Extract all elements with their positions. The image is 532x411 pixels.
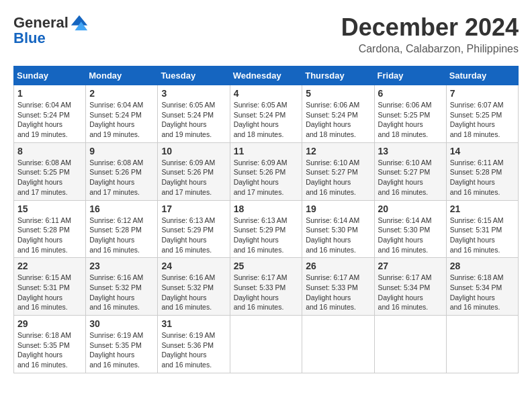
table-row: 14Sunrise: 6:11 AMSunset: 5:28 PMDayligh… bbox=[446, 142, 518, 200]
table-row: 11Sunrise: 6:09 AMSunset: 5:26 PMDayligh… bbox=[230, 142, 302, 200]
day-number: 17 bbox=[161, 203, 226, 214]
table-row: 19Sunrise: 6:14 AMSunset: 5:30 PMDayligh… bbox=[302, 200, 374, 258]
day-number: 29 bbox=[17, 318, 82, 329]
col-tuesday: Tuesday bbox=[158, 66, 230, 85]
day-number: 23 bbox=[89, 261, 154, 271]
day-number: 4 bbox=[234, 88, 299, 99]
day-number: 30 bbox=[89, 318, 154, 329]
table-row: 13Sunrise: 6:10 AMSunset: 5:27 PMDayligh… bbox=[374, 142, 446, 200]
table-row: 12Sunrise: 6:10 AMSunset: 5:27 PMDayligh… bbox=[302, 142, 374, 200]
day-info: Sunrise: 6:07 AMSunset: 5:25 PMDaylight … bbox=[450, 100, 515, 140]
day-number: 19 bbox=[306, 203, 370, 214]
col-friday: Friday bbox=[374, 66, 446, 85]
table-row: 27Sunrise: 6:17 AMSunset: 5:34 PMDayligh… bbox=[374, 258, 446, 316]
day-info: Sunrise: 6:17 AMSunset: 5:34 PMDaylight … bbox=[378, 273, 443, 312]
day-number: 26 bbox=[306, 261, 370, 271]
day-info: Sunrise: 6:06 AMSunset: 5:24 PMDaylight … bbox=[306, 100, 370, 140]
logo-blue: Blue bbox=[13, 30, 46, 47]
day-info: Sunrise: 6:04 AMSunset: 5:24 PMDaylight … bbox=[17, 100, 82, 140]
table-row: 31Sunrise: 6:19 AMSunset: 5:36 PMDayligh… bbox=[158, 316, 230, 373]
day-info: Sunrise: 6:09 AMSunset: 5:26 PMDaylight … bbox=[161, 158, 226, 197]
day-number: 24 bbox=[161, 261, 226, 271]
day-info: Sunrise: 6:10 AMSunset: 5:27 PMDaylight … bbox=[378, 158, 443, 197]
table-row: 8Sunrise: 6:08 AMSunset: 5:25 PMDaylight… bbox=[14, 142, 86, 200]
day-info: Sunrise: 6:08 AMSunset: 5:25 PMDaylight … bbox=[17, 158, 82, 197]
table-row: 6Sunrise: 6:06 AMSunset: 5:25 PMDaylight… bbox=[374, 85, 446, 143]
day-number: 27 bbox=[378, 261, 443, 271]
svg-marker-0 bbox=[71, 15, 87, 26]
day-info: Sunrise: 6:10 AMSunset: 5:27 PMDaylight … bbox=[306, 158, 370, 197]
table-row bbox=[446, 316, 518, 373]
day-number: 22 bbox=[17, 261, 82, 271]
table-row: 10Sunrise: 6:09 AMSunset: 5:26 PMDayligh… bbox=[158, 142, 230, 200]
day-number: 11 bbox=[234, 146, 299, 156]
day-number: 2 bbox=[89, 88, 154, 99]
day-info: Sunrise: 6:11 AMSunset: 5:28 PMDaylight … bbox=[450, 158, 515, 197]
col-wednesday: Wednesday bbox=[230, 66, 302, 85]
day-info: Sunrise: 6:13 AMSunset: 5:29 PMDaylight … bbox=[234, 216, 299, 255]
day-number: 12 bbox=[306, 146, 370, 156]
day-info: Sunrise: 6:09 AMSunset: 5:26 PMDaylight … bbox=[234, 158, 299, 197]
day-number: 10 bbox=[161, 146, 226, 156]
day-info: Sunrise: 6:11 AMSunset: 5:28 PMDaylight … bbox=[17, 216, 82, 255]
table-row: 20Sunrise: 6:14 AMSunset: 5:30 PMDayligh… bbox=[374, 200, 446, 258]
day-number: 28 bbox=[450, 261, 515, 271]
day-number: 7 bbox=[450, 88, 515, 99]
calendar-header-row: Sunday Monday Tuesday Wednesday Thursday… bbox=[14, 66, 519, 85]
day-info: Sunrise: 6:16 AMSunset: 5:32 PMDaylight … bbox=[161, 273, 226, 312]
day-info: Sunrise: 6:15 AMSunset: 5:31 PMDaylight … bbox=[17, 273, 82, 312]
table-row: 4Sunrise: 6:05 AMSunset: 5:24 PMDaylight… bbox=[230, 85, 302, 143]
day-number: 21 bbox=[450, 203, 515, 214]
table-row: 25Sunrise: 6:17 AMSunset: 5:33 PMDayligh… bbox=[230, 258, 302, 316]
calendar-week-row: 29Sunrise: 6:18 AMSunset: 5:35 PMDayligh… bbox=[14, 316, 519, 373]
calendar-week-row: 1Sunrise: 6:04 AMSunset: 5:24 PMDaylight… bbox=[14, 85, 519, 143]
day-info: Sunrise: 6:18 AMSunset: 5:34 PMDaylight … bbox=[450, 273, 515, 312]
col-saturday: Saturday bbox=[446, 66, 518, 85]
table-row: 28Sunrise: 6:18 AMSunset: 5:34 PMDayligh… bbox=[446, 258, 518, 316]
day-number: 14 bbox=[450, 146, 515, 156]
col-monday: Monday bbox=[86, 66, 158, 85]
table-row: 3Sunrise: 6:05 AMSunset: 5:24 PMDaylight… bbox=[158, 85, 230, 143]
table-row: 22Sunrise: 6:15 AMSunset: 5:31 PMDayligh… bbox=[14, 258, 86, 316]
month-title: December 2024 bbox=[341, 13, 519, 42]
day-number: 6 bbox=[378, 88, 443, 99]
day-info: Sunrise: 6:14 AMSunset: 5:30 PMDaylight … bbox=[306, 216, 370, 255]
col-sunday: Sunday bbox=[14, 66, 86, 85]
day-number: 16 bbox=[89, 203, 154, 214]
table-row: 29Sunrise: 6:18 AMSunset: 5:35 PMDayligh… bbox=[14, 316, 86, 373]
table-row: 26Sunrise: 6:17 AMSunset: 5:33 PMDayligh… bbox=[302, 258, 374, 316]
day-info: Sunrise: 6:15 AMSunset: 5:31 PMDaylight … bbox=[450, 216, 515, 255]
day-info: Sunrise: 6:18 AMSunset: 5:35 PMDaylight … bbox=[17, 330, 82, 370]
day-number: 20 bbox=[378, 203, 443, 214]
day-number: 18 bbox=[234, 203, 299, 214]
day-info: Sunrise: 6:16 AMSunset: 5:32 PMDaylight … bbox=[89, 273, 154, 312]
table-row: 15Sunrise: 6:11 AMSunset: 5:28 PMDayligh… bbox=[14, 200, 86, 258]
table-row: 1Sunrise: 6:04 AMSunset: 5:24 PMDaylight… bbox=[14, 85, 86, 143]
table-row bbox=[302, 316, 374, 373]
day-info: Sunrise: 6:08 AMSunset: 5:26 PMDaylight … bbox=[89, 158, 154, 197]
table-row: 2Sunrise: 6:04 AMSunset: 5:24 PMDaylight… bbox=[86, 85, 158, 143]
day-info: Sunrise: 6:04 AMSunset: 5:24 PMDaylight … bbox=[89, 100, 154, 140]
table-row: 17Sunrise: 6:13 AMSunset: 5:29 PMDayligh… bbox=[158, 200, 230, 258]
page-header: General Blue December 2024 Cardona, Cala… bbox=[13, 13, 519, 55]
table-row bbox=[230, 316, 302, 373]
logo-icon bbox=[70, 13, 89, 32]
day-info: Sunrise: 6:05 AMSunset: 5:24 PMDaylight … bbox=[234, 100, 299, 140]
table-row: 9Sunrise: 6:08 AMSunset: 5:26 PMDaylight… bbox=[86, 142, 158, 200]
day-info: Sunrise: 6:05 AMSunset: 5:24 PMDaylight … bbox=[161, 100, 226, 140]
calendar-week-row: 22Sunrise: 6:15 AMSunset: 5:31 PMDayligh… bbox=[14, 258, 519, 316]
table-row: 24Sunrise: 6:16 AMSunset: 5:32 PMDayligh… bbox=[158, 258, 230, 316]
day-number: 5 bbox=[306, 88, 370, 99]
table-row: 18Sunrise: 6:13 AMSunset: 5:29 PMDayligh… bbox=[230, 200, 302, 258]
day-number: 15 bbox=[17, 203, 82, 214]
calendar-week-row: 15Sunrise: 6:11 AMSunset: 5:28 PMDayligh… bbox=[14, 200, 519, 258]
day-number: 25 bbox=[234, 261, 299, 271]
location-title: Cardona, Calabarzon, Philippines bbox=[341, 43, 519, 55]
day-number: 3 bbox=[161, 88, 226, 99]
day-info: Sunrise: 6:19 AMSunset: 5:35 PMDaylight … bbox=[89, 330, 154, 370]
day-number: 1 bbox=[17, 88, 82, 99]
day-info: Sunrise: 6:13 AMSunset: 5:29 PMDaylight … bbox=[161, 216, 226, 255]
day-info: Sunrise: 6:17 AMSunset: 5:33 PMDaylight … bbox=[234, 273, 299, 312]
table-row bbox=[374, 316, 446, 373]
logo: General Blue bbox=[13, 13, 89, 47]
